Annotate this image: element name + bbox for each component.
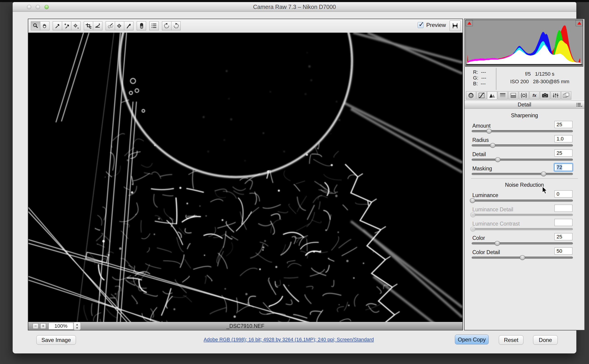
straighten-tool-button[interactable]: [93, 21, 102, 30]
red-eye-tool-button[interactable]: [115, 21, 124, 30]
radius-slider-track[interactable]: [472, 144, 573, 146]
luminance-slider-track[interactable]: [472, 200, 573, 202]
color-detail-label: Color Detail: [472, 249, 500, 255]
white-balance-tool-button[interactable]: [53, 21, 62, 30]
preview-label: Preview: [426, 22, 446, 28]
toolbar: ✓ Preview: [28, 19, 463, 33]
fullscreen-toggle-button[interactable]: [450, 20, 461, 31]
masking-value-field[interactable]: 72: [555, 164, 572, 171]
status-bar: − + 100% ▲▼ _DSC7910.NEF: [28, 322, 463, 330]
masking-label: Masking: [472, 166, 492, 172]
targeted-adjustment-tool-button[interactable]: [71, 21, 80, 30]
radius-slider-thumb[interactable]: [490, 143, 495, 148]
rotate-left-tool-button[interactable]: [162, 21, 172, 30]
slider-row-color-detail: Color Detail50: [464, 246, 584, 260]
luminance-detail-value-field[interactable]: [555, 205, 572, 212]
panel-menu-icon: [576, 103, 582, 107]
shadow-clipping-icon: [467, 22, 471, 25]
graduated-filter-tool-icon: [138, 23, 145, 29]
luminance-detail-slider-thumb[interactable]: [470, 213, 476, 217]
svg-text:fx: fx: [532, 93, 536, 98]
tab-camera-calibration[interactable]: [540, 91, 550, 100]
zoom-tool-button[interactable]: [31, 21, 40, 30]
detail-slider-track[interactable]: [472, 159, 573, 161]
tab-hsl-grayscale[interactable]: [498, 91, 508, 100]
preferences-tool-button[interactable]: [149, 21, 159, 30]
luminance-value-field[interactable]: 0: [555, 190, 572, 197]
color-slider-thumb[interactable]: [495, 241, 500, 246]
slider-row-detail: Detail25: [464, 148, 584, 162]
tab-effects[interactable]: fx: [529, 91, 540, 100]
color-sampler-tool-button[interactable]: [62, 21, 71, 30]
spot-removal-tool-button[interactable]: [106, 21, 115, 30]
workflow-options-link[interactable]: Adobe RGB (1998); 16 bit; 4928 by 3264 (…: [204, 337, 374, 343]
color-detail-value-field[interactable]: 50: [555, 247, 572, 254]
detail-slider-thumb[interactable]: [495, 157, 500, 162]
save-image-button[interactable]: Save Image: [36, 335, 76, 345]
title-bar[interactable]: Camera Raw 7.3 – Nikon D7000: [13, 2, 576, 12]
crop-tool-icon: [85, 23, 92, 29]
adjustment-brush-tool-button[interactable]: [124, 21, 133, 30]
section-divider: [471, 178, 578, 179]
tab-basic[interactable]: [466, 91, 476, 100]
graduated-filter-tool-button[interactable]: [137, 21, 146, 30]
tool-buttons: [31, 21, 181, 30]
luminance-contrast-slider-track[interactable]: [472, 228, 573, 230]
camera-calibration-icon: [541, 92, 549, 98]
highlight-clipping-warning-button[interactable]: [576, 20, 583, 26]
tab-presets[interactable]: [551, 91, 561, 100]
luminance-detail-slider-track[interactable]: [472, 214, 573, 216]
masking-slider-thumb[interactable]: [541, 172, 546, 176]
masking-slider-track[interactable]: [472, 173, 573, 175]
panel-header: Detail: [464, 101, 584, 109]
panel-tabs: fx: [466, 91, 572, 100]
zoom-tool-icon: [32, 23, 39, 29]
amount-slider-thumb[interactable]: [486, 129, 492, 134]
luminance-slider-thumb[interactable]: [470, 198, 475, 203]
histogram: [465, 20, 583, 67]
amount-slider-track[interactable]: [472, 130, 573, 132]
toggle-fullscreen-icon: [451, 22, 459, 30]
color-slider-track[interactable]: [472, 242, 573, 244]
luminance-contrast-slider-thumb[interactable]: [470, 227, 476, 232]
rgb-readout: R: --- G: --- B: ---: [465, 68, 496, 90]
color-detail-slider-track[interactable]: [472, 257, 573, 259]
tab-tone-curve[interactable]: [476, 91, 487, 100]
exposure-info: R: --- G: --- B: --- f/5 1/1250 s ISO 20…: [465, 68, 583, 90]
desktop: Camera Raw 7.3 – Nikon D7000 ✓ Preview: [0, 0, 589, 364]
spot-removal-tool-icon: [107, 23, 114, 29]
preview-checkbox[interactable]: ✓: [417, 22, 424, 28]
luminance-label: Luminance: [472, 192, 498, 198]
color-value-field[interactable]: 25: [555, 233, 572, 240]
amount-value-field[interactable]: 25: [555, 121, 572, 128]
reset-button[interactable]: Reset: [499, 335, 523, 345]
mouse-cursor: [542, 187, 548, 195]
slider-row-luminance-contrast: Luminance Contrast: [464, 217, 584, 231]
adjustments-panel: R: --- G: --- B: --- f/5 1/1250 s ISO 20…: [464, 19, 585, 331]
shadow-clipping-warning-button[interactable]: [466, 20, 473, 26]
hand-tool-icon: [41, 23, 48, 29]
tab-snapshots[interactable]: [561, 91, 571, 100]
tab-lens-corrections[interactable]: [519, 91, 529, 100]
tab-split-toning[interactable]: [508, 91, 518, 100]
panel-menu-button[interactable]: [576, 103, 582, 108]
panel-title: Detail: [464, 101, 584, 109]
open-copy-button[interactable]: Open Copy: [455, 335, 489, 344]
sharpening-section-title: Sharpening: [464, 112, 584, 119]
image-frame: ✓ Preview − + 100% ▲▼ _DSC7910.NEF: [28, 19, 463, 331]
capture-settings: f/5 1/1250 s ISO 200 28-300@85 mm: [496, 68, 583, 90]
hand-tool-button[interactable]: [40, 21, 49, 30]
image-preview-canvas[interactable]: [28, 33, 463, 322]
red-eye-tool-icon: [116, 23, 123, 29]
slider-row-luminance: Luminance0: [464, 188, 584, 203]
color-detail-slider-thumb[interactable]: [520, 255, 525, 260]
filename-label: _DSC7910.NEF: [28, 323, 463, 329]
detail-value-field[interactable]: 25: [555, 150, 572, 156]
crop-tool-button[interactable]: [84, 21, 93, 30]
radius-value-field[interactable]: 1.0: [555, 135, 572, 142]
rotate-right-tool-button[interactable]: [171, 21, 181, 30]
tab-detail[interactable]: [487, 91, 497, 100]
luminance-contrast-value-field[interactable]: [555, 219, 572, 226]
done-button[interactable]: Done: [533, 335, 558, 345]
camera-raw-window: Camera Raw 7.3 – Nikon D7000 ✓ Preview: [13, 2, 576, 353]
